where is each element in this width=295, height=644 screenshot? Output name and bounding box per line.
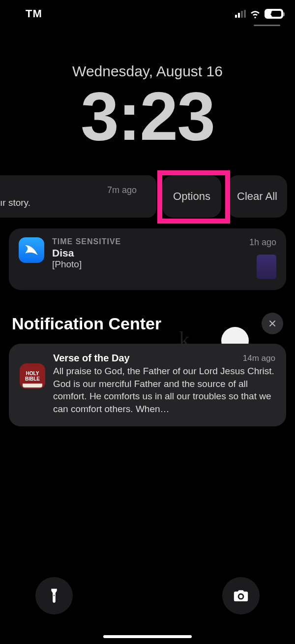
battery-icon: 40: [265, 9, 283, 19]
notification-story-partial[interactable]: 7m ago ır story.: [0, 175, 156, 218]
wing-icon: [23, 242, 40, 258]
notification-verse[interactable]: HOLY BIBLE Verse of the Day 14m ago All …: [9, 344, 286, 426]
status-bar: TM 40: [0, 0, 295, 28]
lockscreen-bottom-controls: [0, 577, 295, 614]
verse-main: Verse of the Day 14m ago All praise to G…: [53, 353, 275, 416]
verse-title: Verse of the Day: [53, 353, 130, 364]
carrier-label: TM: [12, 7, 42, 20]
close-icon: [267, 319, 277, 328]
bible-icon-line2: BIBLE: [25, 376, 40, 382]
notification-subtitle: [Photo]: [52, 259, 241, 270]
story-body: ır story.: [0, 197, 148, 208]
time-label: 3:23: [0, 82, 295, 151]
app-icon-bible: HOLY BIBLE: [20, 363, 45, 389]
notification-main: TIME SENSITIVE Disa [Photo]: [52, 237, 241, 270]
notification-center-header: Notification Center: [12, 313, 283, 334]
camera-button[interactable]: [222, 577, 260, 614]
story-ago: 7m ago: [107, 185, 148, 195]
bible-icon-line1: HOLY: [26, 371, 39, 376]
annotation-highlight: [157, 170, 230, 224]
close-button[interactable]: [262, 313, 283, 334]
app-icon-disa: [19, 237, 44, 263]
photo-thumbnail: [257, 255, 276, 279]
flashlight-button[interactable]: [35, 577, 73, 614]
time-sensitive-tag: TIME SENSITIVE: [52, 237, 241, 246]
camera-icon: [233, 587, 249, 604]
clear-all-button[interactable]: Clear All: [227, 175, 287, 218]
cellular-signal-icon: [235, 10, 246, 18]
home-indicator[interactable]: [103, 635, 192, 638]
notification-swipe-row: 7m ago ır story. Options Clear All: [0, 175, 295, 218]
notification-right: 1h ago: [249, 237, 276, 279]
status-underline: [254, 25, 280, 26]
status-icons: 40: [235, 8, 283, 19]
notification-ago: 1h ago: [249, 237, 276, 248]
flashlight-icon: [46, 587, 62, 604]
wifi-icon: [250, 8, 261, 19]
verse-ago: 14m ago: [243, 353, 275, 364]
battery-pct: 40: [270, 10, 277, 17]
notification-center-title: Notification Center: [12, 314, 161, 333]
verse-body: All praise to God, the Father of our Lor…: [53, 365, 275, 416]
notification-disa[interactable]: TIME SENSITIVE Disa [Photo] 1h ago: [9, 228, 286, 290]
notification-title: Disa: [52, 247, 241, 259]
clear-all-label: Clear All: [237, 190, 277, 203]
lockscreen-datetime: Wednesday, August 16 3:23: [0, 63, 295, 151]
